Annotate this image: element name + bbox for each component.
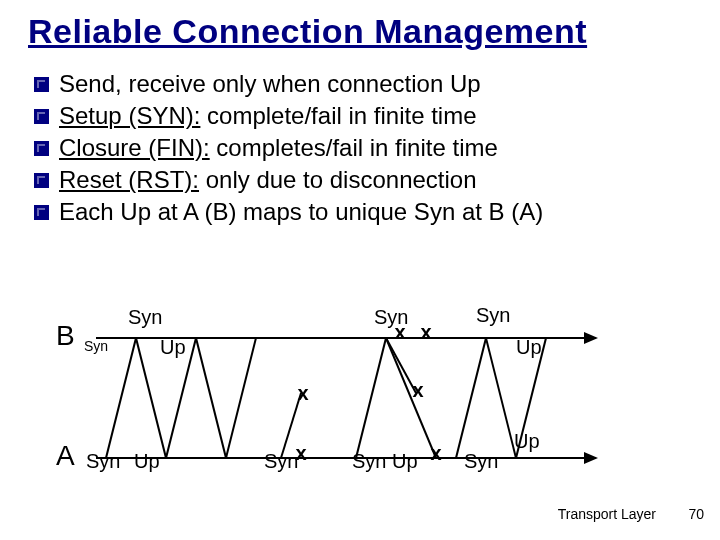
- bullet-text: Each Up at A (B) maps to unique Syn at B…: [59, 197, 543, 227]
- host-b-label: B: [56, 320, 75, 352]
- svg-line-12: [486, 338, 516, 458]
- svg-line-10: [386, 338, 436, 458]
- x-mark-icon: x: [295, 442, 306, 465]
- bullet-text: Send, receive only when connection Up: [59, 69, 481, 99]
- page-number: 70: [688, 506, 704, 522]
- bullet-item: Send, receive only when connection Up: [34, 69, 692, 99]
- x-mark-icon: x: [420, 321, 431, 344]
- host-a-label: A: [56, 440, 75, 472]
- timing-diagram: B A Syn Syn Up Syn Syn Up Syn Up Syn Syn…: [56, 288, 616, 488]
- bullet-item: Each Up at A (B) maps to unique Syn at B…: [34, 197, 692, 227]
- syn-label: Syn: [128, 306, 162, 329]
- up-label: Up: [392, 450, 418, 473]
- bullet-icon: [34, 173, 49, 188]
- bullet-icon: [34, 141, 49, 156]
- bullet-item: Setup (SYN): complete/fail in finite tim…: [34, 101, 692, 131]
- up-label: Up: [514, 430, 540, 453]
- svg-line-2: [106, 338, 136, 458]
- syn-label: Syn: [84, 338, 108, 354]
- slide: Reliable Connection Management Send, rec…: [0, 0, 720, 227]
- syn-label: Syn: [464, 450, 498, 473]
- svg-line-11: [456, 338, 486, 458]
- up-label: Up: [516, 336, 542, 359]
- svg-line-8: [356, 338, 386, 458]
- x-mark-icon: x: [297, 382, 308, 405]
- bullet-text: Reset (RST): only due to disconnection: [59, 165, 477, 195]
- bullet-item: Reset (RST): only due to disconnection: [34, 165, 692, 195]
- bullet-icon: [34, 205, 49, 220]
- footer-label: Transport Layer: [558, 506, 656, 522]
- syn-label: Syn: [264, 450, 298, 473]
- up-label: Up: [134, 450, 160, 473]
- slide-title: Reliable Connection Management: [28, 12, 692, 51]
- x-mark-icon: x: [430, 442, 441, 465]
- bullet-icon: [34, 77, 49, 92]
- svg-line-5: [196, 338, 226, 458]
- up-label: Up: [160, 336, 186, 359]
- bullet-item: Closure (FIN): completes/fail in finite …: [34, 133, 692, 163]
- syn-label: Syn: [86, 450, 120, 473]
- syn-label: Syn: [352, 450, 386, 473]
- bullet-text: Setup (SYN): complete/fail in finite tim…: [59, 101, 477, 131]
- svg-line-6: [226, 338, 256, 458]
- x-mark-icon: x: [412, 379, 423, 402]
- bullet-text: Closure (FIN): completes/fail in finite …: [59, 133, 498, 163]
- bullet-list: Send, receive only when connection Up Se…: [34, 69, 692, 227]
- bullet-icon: [34, 109, 49, 124]
- syn-label: Syn: [476, 304, 510, 327]
- x-mark-icon: x: [394, 321, 405, 344]
